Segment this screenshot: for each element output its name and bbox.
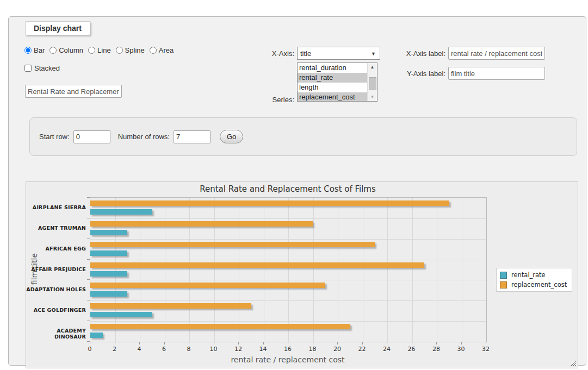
bar-replacement_cost [90, 324, 350, 329]
chart-type-label: Line [97, 46, 111, 54]
series-option-rental_rate[interactable]: rental_rate [298, 73, 367, 83]
gridline-vertical [338, 198, 338, 342]
chart-type-radio-column[interactable] [49, 47, 57, 54]
stacked-label: Stacked [34, 64, 60, 72]
series-listbox-scrollbar[interactable]: ▲ ▼ [367, 63, 377, 101]
x-axis-select-label: X-Axis: [243, 49, 294, 58]
bar-rental_rate [90, 271, 127, 277]
gridline-vertical [189, 198, 190, 342]
bar-replacement_cost [90, 242, 375, 247]
y-axis-tick [87, 279, 90, 280]
legend-item-rental_rate: rental_rate [500, 271, 567, 279]
chart-type-radio-bar[interactable] [24, 47, 32, 54]
y-category-label: ACE GOLDFINGER [26, 307, 86, 313]
gridline-vertical [264, 198, 264, 342]
series-option-length[interactable]: length [298, 83, 367, 92]
gridline-horizontal [90, 239, 486, 240]
y-category-label: AFRICAN EGG [26, 246, 86, 252]
gridline-vertical [288, 198, 289, 342]
number-of-rows-input[interactable] [174, 130, 211, 143]
gridline-horizontal [90, 218, 486, 219]
x-tick-label: 22 [354, 346, 370, 353]
start-row-input[interactable] [73, 130, 110, 143]
chart-type-radio-spline[interactable] [116, 47, 123, 54]
x-tick-label: 16 [280, 346, 296, 353]
x-tick-label: 4 [131, 346, 147, 353]
bar-rental_rate [90, 291, 127, 297]
number-of-rows-label: Number of rows: [118, 133, 170, 141]
x-axis-tick [238, 342, 239, 344]
row-range-panel: Start row: Number of rows: Go [29, 117, 577, 156]
x-axis-tick [164, 342, 165, 344]
y-category-label: AGENT TRUMAN [26, 225, 86, 231]
legend-label: replacement_cost [511, 281, 567, 289]
x-axis-label-input[interactable] [448, 47, 545, 60]
x-axis-tick [337, 342, 338, 344]
gridline-horizontal [90, 260, 486, 260]
chart-type-option-line: Line [88, 46, 111, 54]
series-option-rental_duration[interactable]: rental_duration [298, 63, 367, 73]
series-option-replacement_cost[interactable]: replacement_cost [298, 92, 367, 101]
y-axis-label-input[interactable] [448, 67, 545, 80]
bar-rental_rate [90, 333, 103, 338]
y-axis-tick [87, 259, 90, 260]
legend-swatch-icon [500, 281, 507, 289]
gridline-vertical [412, 198, 413, 342]
x-tick-label: 6 [156, 346, 172, 353]
x-axis-selected-value: title [300, 49, 311, 58]
bar-replacement_cost [90, 221, 313, 227]
gridline-vertical [363, 198, 363, 342]
x-axis-tick [214, 342, 214, 344]
gridline-horizontal [90, 300, 486, 301]
gridline-horizontal [90, 280, 486, 280]
x-axis-tick [387, 342, 387, 344]
x-axis-title: rental rate / replacement cost [90, 355, 486, 364]
x-tick-label: 14 [255, 346, 271, 353]
scroll-down-icon[interactable]: ▼ [368, 93, 377, 101]
y-category-label: AFFAIR PREJUDICE [26, 266, 86, 272]
legend-item-replacement_cost: replacement_cost [500, 281, 567, 289]
display-chart-panel: Display chart Bar Column Line Spline Are… [8, 16, 586, 366]
scroll-up-icon[interactable]: ▲ [368, 63, 377, 71]
legend-swatch-icon [500, 272, 507, 279]
x-tick-label: 30 [453, 346, 469, 353]
go-button[interactable]: Go [220, 130, 243, 143]
x-axis-select[interactable]: title ▼ [297, 47, 380, 60]
bar-rental_rate [90, 209, 152, 215]
x-axis-tick [263, 342, 264, 344]
y-axis-tick [87, 239, 90, 239]
gridline-vertical [140, 198, 140, 342]
x-axis-tick [362, 342, 363, 344]
x-tick-label: 24 [379, 346, 395, 353]
gridline-vertical [239, 198, 239, 342]
scroll-thumb[interactable] [369, 77, 376, 90]
chart-type-option-bar: Bar [24, 46, 45, 54]
stacked-checkbox[interactable] [24, 65, 32, 72]
start-row-label: Start row: [39, 133, 70, 141]
chart-title-input[interactable] [25, 85, 122, 98]
chart-type-radio-area[interactable] [150, 47, 157, 54]
x-tick-label: 0 [82, 346, 98, 353]
bar-replacement_cost [90, 303, 251, 309]
chart-type-label: Bar [34, 46, 45, 54]
bar-replacement_cost [90, 283, 325, 288]
gridline-vertical [313, 198, 314, 342]
x-axis-tick [189, 342, 189, 344]
x-tick-label: 12 [230, 346, 246, 353]
x-tick-label: 26 [404, 346, 420, 353]
chart: Rental Rate and Replacement Cost of Film… [26, 181, 578, 368]
y-category-label: ADAPTATION HOLES [26, 286, 86, 292]
chart-type-radio-line[interactable] [88, 47, 95, 54]
gridline-vertical [115, 198, 116, 342]
gridline-vertical [462, 198, 462, 342]
series-listbox[interactable]: rental_durationrental_ratelengthreplacem… [297, 62, 377, 102]
chart-type-label: Spline [125, 46, 145, 54]
chart-type-option-spline: Spline [116, 46, 145, 54]
x-tick-label: 20 [329, 346, 345, 353]
chart-type-options: Bar Column Line Spline Area [24, 46, 174, 54]
resize-handle-icon[interactable] [570, 360, 576, 366]
x-tick-label: 28 [428, 346, 444, 353]
chart-type-option-column: Column [49, 46, 83, 54]
x-axis-tick [486, 342, 486, 344]
gridline-vertical [387, 198, 388, 342]
